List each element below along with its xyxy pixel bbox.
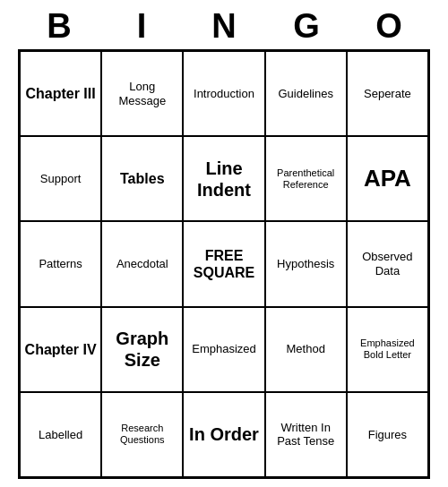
bingo-cell-13: Hypothesis [265,221,347,306]
bingo-cell-0: Chapter III [20,51,101,136]
header-letter-g: G [269,7,344,46]
bingo-cell-3: Guidelines [265,51,347,136]
bingo-cell-1: Long Message [101,51,183,136]
header-letter-o: O [351,7,426,46]
header-letter-n: N [186,7,262,46]
bingo-cell-8: Parenthetical Reference [265,136,347,221]
bingo-cell-5: Support [20,136,101,221]
bingo-cell-24: Figures [347,392,428,477]
bingo-cell-11: Anecdotal [101,221,183,306]
bingo-cell-19: Emphasized Bold Letter [347,307,428,392]
bingo-cell-17: Emphasized [183,307,264,392]
header-letter-i: I [104,7,179,46]
bingo-cell-16: Graph Size [101,307,183,392]
bingo-cell-7: Line Indent [183,136,264,221]
bingo-cell-12: FREE SQUARE [183,221,264,306]
bingo-cell-9: APA [347,136,428,221]
bingo-cell-2: Introduction [183,51,264,136]
bingo-cell-4: Seperate [347,51,428,136]
bingo-cell-15: Chapter IV [20,307,101,392]
bingo-grid: Chapter IIILong MessageIntroductionGuide… [18,49,430,479]
bingo-cell-10: Patterns [20,221,101,306]
bingo-cell-18: Method [265,307,347,392]
bingo-cell-23: Written In Past Tense [265,392,347,477]
bingo-cell-21: Research Questions [101,392,183,477]
bingo-cell-20: Labelled [20,392,101,477]
header-letter-b: B [22,7,97,46]
bingo-cell-6: Tables [101,136,183,221]
bingo-header: BINGO [18,0,430,49]
bingo-cell-14: Observed Data [347,221,428,306]
bingo-cell-22: In Order [183,392,264,477]
